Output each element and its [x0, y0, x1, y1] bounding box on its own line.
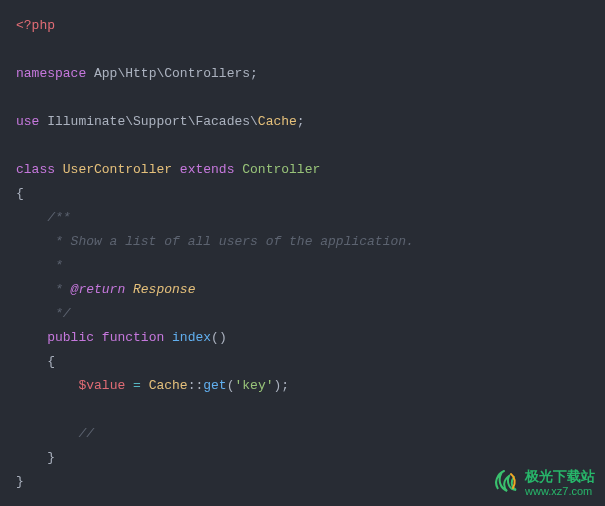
get-fn: get [203, 378, 226, 393]
docblock-line: * [16, 258, 63, 273]
parens: () [211, 330, 227, 345]
method-brace-open: { [16, 354, 55, 369]
namespace-path: App\Http\Controllers; [86, 66, 258, 81]
indent [16, 426, 78, 441]
kw-function: function [102, 330, 164, 345]
docblock-line: * [16, 282, 71, 297]
equals: = [125, 378, 148, 393]
method-brace-close: } [16, 450, 55, 465]
class-name: UserController [55, 162, 180, 177]
cache-class: Cache [149, 378, 188, 393]
space [94, 330, 102, 345]
double-colon: :: [188, 378, 204, 393]
brace-close: } [16, 474, 24, 489]
doc-return: @return [71, 282, 126, 297]
use-path: Illuminate\Support\Facades\ [39, 114, 257, 129]
var-value: $value [78, 378, 125, 393]
kw-extends: extends [180, 162, 235, 177]
docblock-line: * Show a list of all users of the applic… [16, 234, 414, 249]
kw-use: use [16, 114, 39, 129]
php-open-tag: <?php [16, 18, 55, 33]
kw-public: public [47, 330, 94, 345]
indent [16, 378, 78, 393]
use-class: Cache [258, 114, 297, 129]
base-class: Controller [234, 162, 320, 177]
indent [16, 330, 47, 345]
kw-namespace: namespace [16, 66, 86, 81]
semi: ; [297, 114, 305, 129]
docblock-line: /** [16, 210, 71, 225]
doc-type: Response [125, 282, 195, 297]
brace-open: { [16, 186, 24, 201]
string-key: 'key' [234, 378, 273, 393]
rparen-semi: ); [274, 378, 290, 393]
fn-name: index [164, 330, 211, 345]
code-editor: <?php namespace App\Http\Controllers; us… [0, 0, 605, 506]
line-comment: // [78, 426, 94, 441]
kw-class: class [16, 162, 55, 177]
docblock-line: */ [16, 306, 71, 321]
